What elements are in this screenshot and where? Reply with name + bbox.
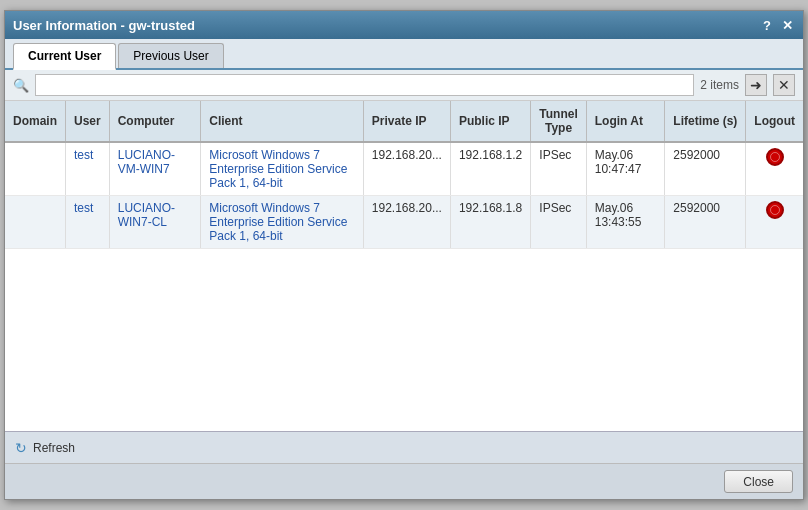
close-bar: Close (5, 463, 803, 499)
cell-public_ip: 192.168.1.8 (450, 196, 530, 249)
table-container: Domain User Computer Client Private IP P… (5, 101, 803, 431)
main-window: User Information - gw-trusted ? ✕ Curren… (4, 10, 804, 500)
cell-public_ip: 192.168.1.2 (450, 142, 530, 196)
col-header-login-at: Login At (586, 101, 665, 142)
cell-tunnel_type: IPSec (531, 142, 586, 196)
cell-user: test (66, 142, 110, 196)
link-computer[interactable]: LUCIANO-VM-WIN7 (118, 148, 175, 176)
close-button[interactable]: Close (724, 470, 793, 493)
cell-lifetime: 2592000 (665, 142, 746, 196)
col-header-computer: Computer (109, 101, 201, 142)
window-title: User Information - gw-trusted (13, 18, 195, 33)
logout-button[interactable] (766, 148, 784, 166)
footer: ↻ Refresh (5, 431, 803, 463)
help-icon[interactable]: ? (759, 17, 775, 33)
cell-domain (5, 142, 66, 196)
window-close-icon[interactable]: ✕ (779, 17, 795, 33)
tab-bar: Current User Previous User (5, 39, 803, 70)
link-user[interactable]: test (74, 201, 93, 215)
refresh-icon: ↻ (15, 440, 27, 456)
col-header-logout: Logout (746, 101, 803, 142)
title-bar: User Information - gw-trusted ? ✕ (5, 11, 803, 39)
col-header-public-ip: Public IP (450, 101, 530, 142)
col-header-user: User (66, 101, 110, 142)
refresh-button[interactable]: Refresh (33, 441, 75, 455)
search-icon: 🔍 (13, 78, 29, 93)
cell-logout (746, 142, 803, 196)
link-user[interactable]: test (74, 148, 93, 162)
cell-domain (5, 196, 66, 249)
cell-user: test (66, 196, 110, 249)
item-count: 2 items (700, 78, 739, 92)
cell-private_ip: 192.168.20... (363, 142, 450, 196)
users-table: Domain User Computer Client Private IP P… (5, 101, 803, 249)
cell-logout (746, 196, 803, 249)
table-row: testLUCIANO-WIN7-CLMicrosoft Windows 7 E… (5, 196, 803, 249)
search-input[interactable] (35, 74, 694, 96)
cell-computer: LUCIANO-VM-WIN7 (109, 142, 201, 196)
logout-button[interactable] (766, 201, 784, 219)
cell-lifetime: 2592000 (665, 196, 746, 249)
col-header-private-ip: Private IP (363, 101, 450, 142)
link-client[interactable]: Microsoft Windows 7 Enterprise Edition S… (209, 148, 347, 190)
col-header-client: Client (201, 101, 364, 142)
cell-client: Microsoft Windows 7 Enterprise Edition S… (201, 196, 364, 249)
cell-login_at: May.06 13:43:55 (586, 196, 665, 249)
tab-current-user[interactable]: Current User (13, 43, 116, 70)
col-header-domain: Domain (5, 101, 66, 142)
tab-previous-user[interactable]: Previous User (118, 43, 223, 68)
cell-tunnel_type: IPSec (531, 196, 586, 249)
link-client[interactable]: Microsoft Windows 7 Enterprise Edition S… (209, 201, 347, 243)
cell-computer: LUCIANO-WIN7-CL (109, 196, 201, 249)
clear-button[interactable]: ✕ (773, 74, 795, 96)
cell-client: Microsoft Windows 7 Enterprise Edition S… (201, 142, 364, 196)
export-button[interactable]: ➜ (745, 74, 767, 96)
table-header-row: Domain User Computer Client Private IP P… (5, 101, 803, 142)
col-header-tunnel-type: TunnelType (531, 101, 586, 142)
table-row: testLUCIANO-VM-WIN7Microsoft Windows 7 E… (5, 142, 803, 196)
link-computer[interactable]: LUCIANO-WIN7-CL (118, 201, 175, 229)
col-header-lifetime: Lifetime (s) (665, 101, 746, 142)
title-bar-icons: ? ✕ (759, 17, 795, 33)
cell-login_at: May.06 10:47:47 (586, 142, 665, 196)
toolbar: 🔍 2 items ➜ ✕ (5, 70, 803, 101)
cell-private_ip: 192.168.20... (363, 196, 450, 249)
